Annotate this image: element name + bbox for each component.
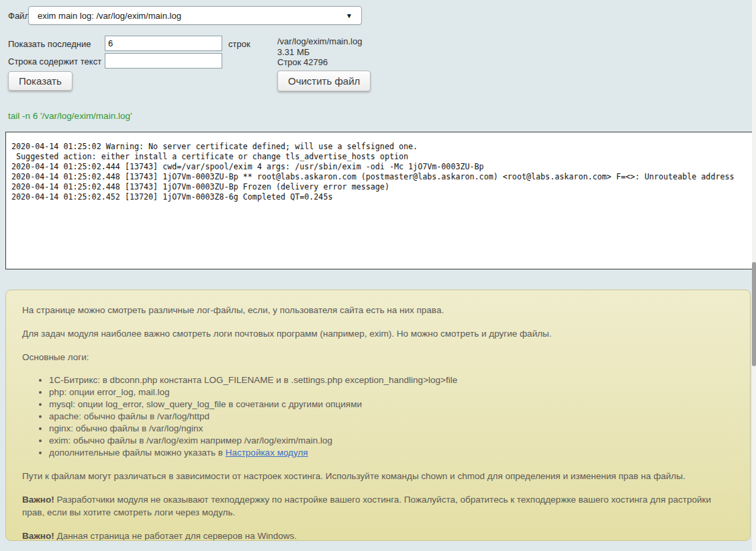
log-output-box: 2020-04-14 01:25:02 Warning: No server c… — [5, 132, 753, 269]
help-paragraph: Для задач модуля наиболее важно смотреть… — [22, 327, 734, 340]
filter-text-label: Строка содержит текст — [8, 56, 101, 67]
chevron-down-icon: ▼ — [346, 12, 361, 19]
list-item: дополнительные файлы можно указать в Нас… — [49, 447, 734, 459]
help-paragraph: Важно! Разработчики модуля не оказывают … — [22, 493, 734, 519]
file-info: /var/log/exim/main.log 3.31 МБ Строк 427… — [277, 36, 362, 68]
list-item: php: опции error_log, mail.log — [49, 386, 734, 398]
help-paragraph: Важно! Данная страница не работает для с… — [22, 529, 734, 541]
file-select-value: exim main log: /var/log/exim/main.log — [29, 11, 346, 21]
file-size: 3.31 МБ — [277, 47, 362, 58]
file-select[interactable]: exim main log: /var/log/exim/main.log ▼ — [28, 6, 362, 25]
help-paragraph: Основные логи: — [22, 351, 734, 364]
show-button[interactable]: Показать — [8, 71, 73, 91]
list-item: mysql: опции log_error, slow_query_log_f… — [49, 398, 734, 411]
show-last-label: Показать последние — [8, 39, 91, 49]
tail-command: tail -n 6 '/var/log/exim/main.log' — [8, 111, 132, 121]
module-settings-link[interactable]: Настройках модуля — [226, 448, 308, 458]
file-path: /var/log/exim/main.log — [277, 36, 362, 47]
help-box: На странице можно смотреть различные лог… — [5, 290, 751, 541]
list-item: nginx: обычно файлы в /var/log/nginx — [49, 423, 734, 435]
rows-suffix-label: строк — [228, 39, 250, 49]
help-paragraph: Пути к файлам могут различаться в зависи… — [22, 470, 734, 482]
list-item: apache: обычно файлы в /var/log/httpd — [49, 411, 734, 423]
file-select-label: Файл — [8, 11, 30, 21]
list-item: exim: обычно файлы в /var/log/exim напри… — [49, 435, 734, 447]
help-paragraph: На странице можно смотреть различные лог… — [22, 304, 734, 316]
clear-file-button[interactable]: Очистить файл — [277, 71, 371, 91]
log-output: 2020-04-14 01:25:02 Warning: No server c… — [6, 132, 752, 208]
log-list: 1С-Битрикс: в dbconn.php константа LOG_F… — [22, 374, 734, 459]
log-viewer-page: Файл exim main log: /var/log/exim/main.l… — [0, 0, 756, 551]
show-last-input[interactable] — [105, 36, 222, 51]
file-line-count: Строк 42796 — [277, 57, 362, 68]
scrollbar-thumb[interactable] — [752, 262, 756, 366]
filter-text-input[interactable] — [105, 53, 222, 69]
scrollbar[interactable] — [752, 0, 756, 551]
list-item: 1С-Битрикс: в dbconn.php константа LOG_F… — [49, 374, 734, 386]
